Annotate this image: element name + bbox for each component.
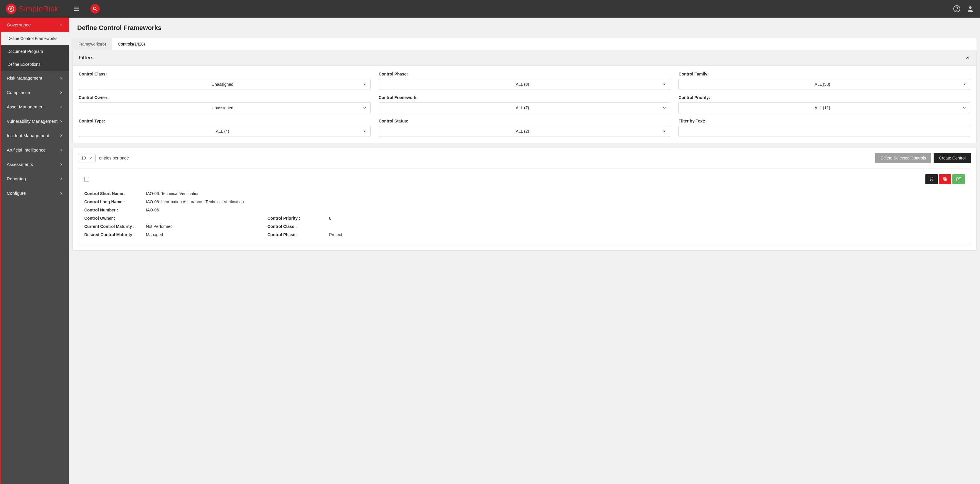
sidebar-item-label: Configure — [7, 191, 26, 196]
filter-label: Control Class: — [79, 72, 371, 76]
sidebar-item-label: Incident Management — [7, 133, 49, 138]
sidebar-item-asset-management[interactable]: Asset Management — [1, 100, 69, 114]
detail-value-current-maturity: Not Performed — [146, 224, 267, 229]
chevron-down-icon — [963, 106, 967, 110]
svg-point-8 — [969, 6, 972, 9]
sidebar-item-label: Compliance — [7, 90, 30, 95]
delete-control-button[interactable] — [925, 174, 938, 184]
detail-label-priority: Control Priority : — [267, 216, 329, 221]
detail-value-short-name: IAO-06: Technical Verification — [146, 191, 965, 196]
svg-rect-9 — [944, 178, 947, 181]
select-control-status[interactable]: ALL (2) — [379, 126, 671, 137]
select-value: ALL (8) — [383, 82, 663, 87]
sidebar-item-incident-management[interactable]: Incident Management — [1, 128, 69, 143]
tab-controls[interactable]: Controls(1428) — [112, 38, 151, 50]
toolbar-right: Delete Selected Controls Create Control — [875, 153, 971, 163]
copy-icon — [943, 177, 947, 182]
filter-control-priority: Control Priority: ALL (11) — [678, 95, 970, 113]
sidebar-sub-define-exceptions[interactable]: Define Exceptions — [1, 58, 69, 71]
sidebar-item-label: Artificial Intelligence — [7, 147, 46, 153]
sidebar-item-risk-management[interactable]: Risk Management — [1, 71, 69, 85]
toolbar-left: 10 entries per page — [78, 154, 129, 162]
select-control-type[interactable]: ALL (4) — [79, 126, 371, 137]
search-button[interactable] — [91, 4, 100, 14]
chevron-down-icon — [662, 106, 667, 110]
svg-point-7 — [956, 10, 957, 11]
select-control-family[interactable]: ALL (58) — [678, 79, 970, 90]
filters-header[interactable]: Filters — [73, 50, 976, 66]
edit-control-button[interactable] — [952, 174, 965, 184]
sidebar-item-assessments[interactable]: Assessments — [1, 157, 69, 172]
header-left: SimpleRisk — [6, 3, 100, 14]
select-value: ALL (58) — [682, 82, 963, 87]
select-value: Unassigned — [83, 82, 363, 87]
detail-value-class — [329, 224, 965, 229]
chevron-down-icon — [363, 82, 367, 86]
entries-per-page-select[interactable]: 10 — [78, 154, 96, 162]
detail-value-phase: Protect — [329, 232, 965, 237]
create-control-button[interactable]: Create Control — [934, 153, 971, 163]
select-control-owner[interactable]: Unassigned — [79, 102, 371, 113]
chevron-right-icon — [59, 177, 63, 181]
detail-label-current-maturity: Current Control Maturity : — [84, 224, 146, 229]
filter-label: Control Phase: — [379, 72, 671, 76]
logo-text: SimpleRisk — [19, 5, 59, 14]
sidebar-item-vulnerability-management[interactable]: Vulnerability Management — [1, 114, 69, 128]
logo-icon — [6, 3, 16, 14]
sidebar-sub-define-control-frameworks[interactable]: Define Control Frameworks — [1, 32, 69, 45]
edit-icon — [956, 177, 961, 182]
chevron-down-icon — [963, 82, 967, 86]
detail-value-owner — [146, 216, 267, 221]
trash-icon — [929, 177, 934, 182]
chevron-right-icon — [59, 134, 63, 138]
controls-toolbar: 10 entries per page Delete Selected Cont… — [73, 148, 976, 166]
filter-control-family: Control Family: ALL (58) — [678, 72, 970, 90]
filter-control-type: Control Type: ALL (4) — [79, 119, 371, 137]
app-header: SimpleRisk — [0, 0, 980, 18]
filter-control-class: Control Class: Unassigned — [79, 72, 371, 90]
detail-label-long-name: Control Long Name : — [84, 199, 146, 204]
sidebar-sub-document-program[interactable]: Document Program — [1, 45, 69, 58]
chevron-right-icon — [59, 148, 63, 152]
sidebar-item-configure[interactable]: Configure — [1, 186, 69, 200]
chevron-down-icon — [363, 106, 367, 110]
user-icon[interactable] — [967, 5, 974, 13]
app-logo[interactable]: SimpleRisk — [6, 3, 59, 14]
select-value: ALL (7) — [383, 105, 663, 110]
select-control-checkbox[interactable] — [84, 177, 89, 182]
clone-control-button[interactable] — [939, 174, 951, 184]
delete-selected-button[interactable]: Delete Selected Controls — [875, 153, 931, 163]
filter-control-status: Control Status: ALL (2) — [379, 119, 671, 137]
chevron-up-icon — [965, 55, 970, 61]
help-icon[interactable] — [953, 5, 961, 13]
filter-control-framework: Control Framework: ALL (7) — [379, 95, 671, 113]
sidebar-item-artificial-intelligence[interactable]: Artificial Intelligence — [1, 143, 69, 157]
detail-value-desired-maturity: Managed — [146, 232, 267, 237]
filters-panel: Filters Control Class: Unassigned Contro… — [73, 50, 977, 143]
tabs: Frameworks(6) Controls(1428) — [73, 38, 977, 50]
chevron-down-icon — [662, 82, 667, 86]
page-title: Define Control Frameworks — [69, 18, 980, 38]
sidebar-item-label: Reporting — [7, 176, 26, 181]
chevron-right-icon — [59, 162, 63, 167]
select-control-class[interactable]: Unassigned — [79, 79, 371, 90]
chevron-down-icon — [59, 23, 63, 27]
filter-text-input[interactable] — [678, 126, 970, 137]
select-value: ALL (4) — [83, 129, 363, 134]
sidebar-item-label: Asset Management — [7, 104, 45, 109]
sidebar-item-governance[interactable]: Governance — [1, 18, 69, 32]
tab-frameworks[interactable]: Frameworks(6) — [73, 38, 112, 50]
control-row-header — [78, 169, 970, 187]
detail-label-class: Control Class : — [267, 224, 329, 229]
chevron-right-icon — [59, 105, 63, 109]
filters-body: Control Class: Unassigned Control Phase:… — [73, 66, 976, 143]
hamburger-menu-icon[interactable] — [73, 5, 80, 12]
detail-label-phase: Control Phase : — [267, 232, 329, 237]
chevron-right-icon — [59, 191, 63, 195]
filters-title: Filters — [79, 55, 94, 61]
select-control-priority[interactable]: ALL (11) — [678, 102, 970, 113]
select-control-framework[interactable]: ALL (7) — [379, 102, 671, 113]
sidebar-item-reporting[interactable]: Reporting — [1, 172, 69, 186]
select-control-phase[interactable]: ALL (8) — [379, 79, 671, 90]
sidebar-item-compliance[interactable]: Compliance — [1, 85, 69, 100]
